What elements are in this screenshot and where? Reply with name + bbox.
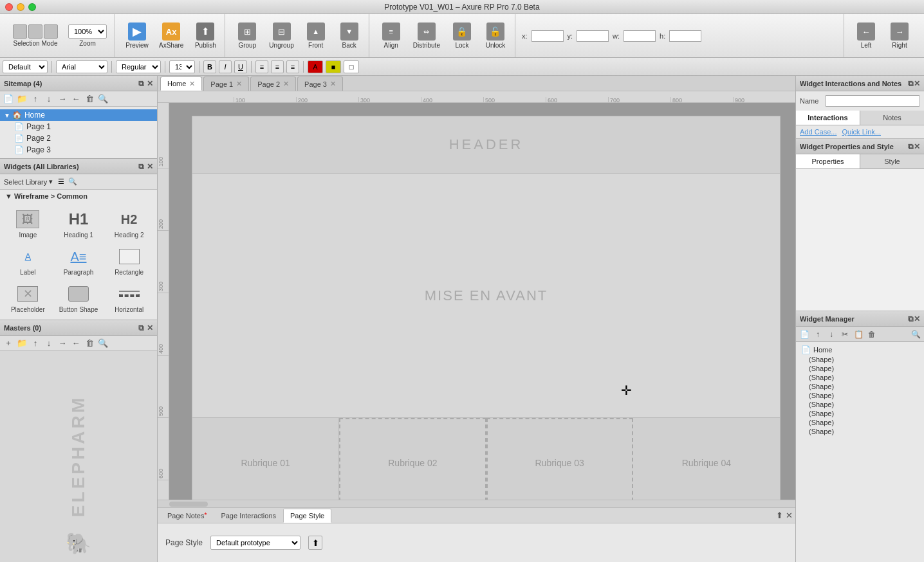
align-right-button[interactable]: ≡ (286, 60, 299, 73)
canvas-content[interactable]: HEADER MISE EN AVANT ✛ Rubrique 01 Rubri… (192, 116, 781, 500)
widget-manager-close-icon[interactable]: ✕ (914, 314, 920, 323)
rubrique-01[interactable]: Rubrique 01 (192, 418, 339, 500)
font-family-select[interactable]: Arial (56, 60, 107, 73)
distribute-button[interactable]: ⇔ Distribute (409, 20, 444, 51)
wm-move-down-button[interactable]: ↓ (826, 329, 837, 340)
axshare-button[interactable]: Ax AxShare (155, 20, 187, 51)
widget-placeholder[interactable]: ✕ Placeholder (3, 280, 53, 317)
add-case-link[interactable]: Add Case... (800, 128, 836, 136)
bottom-expand-icon[interactable]: ⬆ (776, 511, 783, 520)
sitemap-down-button[interactable]: ↓ (43, 93, 55, 105)
rubrique-04[interactable]: Rubrique 04 (633, 418, 780, 500)
notes-tab[interactable]: Notes (860, 111, 924, 125)
sitemap-home-item[interactable]: ▼ 🏠 Home (0, 109, 157, 121)
canvas-main-zone[interactable]: MISE EN AVANT ✛ (192, 174, 781, 418)
canvas-header-zone[interactable]: HEADER (192, 116, 781, 174)
sitemap-add-folder-button[interactable]: 📁 (16, 93, 28, 105)
interactions-tab[interactable]: Interactions (796, 111, 860, 125)
canvas-scroll[interactable]: 100 200 300 400 500 600 HEADER (158, 103, 795, 500)
bottom-close-icon[interactable]: ✕ (786, 511, 793, 520)
properties-tab[interactable]: Properties (796, 154, 860, 168)
close-button[interactable] (5, 3, 13, 11)
name-field-input[interactable] (825, 95, 920, 107)
tab-page2[interactable]: Page 2 ✕ (250, 77, 296, 91)
align-button[interactable]: ≡ Align (376, 20, 407, 51)
ungroup-button[interactable]: ⊟ Ungroup (265, 20, 297, 51)
masters-outdent-button[interactable]: ← (70, 338, 82, 349)
bold-button[interactable]: B (203, 60, 216, 73)
rubrique-03[interactable]: Rubrique 03 (486, 418, 633, 500)
wm-search-button[interactable]: 🔍 (910, 329, 921, 340)
sitemap-outdent-button[interactable]: ← (70, 93, 82, 105)
quick-link-link[interactable]: Quick Link... (842, 128, 881, 136)
page-style-select[interactable]: Default prototype (210, 536, 300, 550)
style-tab[interactable]: Style (860, 154, 924, 168)
minimize-button[interactable] (17, 3, 24, 11)
widgets-float-icon[interactable]: ⧉ (138, 162, 144, 171)
font-color-button[interactable]: A (308, 60, 323, 73)
publish-button[interactable]: ⬆ Publish (190, 20, 221, 51)
widgets-list-icon[interactable]: ☰ (58, 177, 64, 186)
underline-button[interactable]: U (234, 60, 247, 73)
style-select[interactable]: Default (3, 60, 48, 73)
tab-page1[interactable]: Page 1 ✕ (203, 77, 249, 91)
h-input[interactable] (669, 30, 701, 42)
tab-page2-close[interactable]: ✕ (283, 80, 289, 88)
widget-interactions-float-icon[interactable]: ⧉ (908, 79, 914, 88)
widget-properties-close-icon[interactable]: ✕ (914, 142, 920, 151)
maximize-button[interactable] (28, 3, 36, 11)
masters-down-button[interactable]: ↓ (43, 338, 55, 349)
masters-float-icon[interactable]: ⧉ (138, 323, 144, 332)
tab-page3[interactable]: Page 3 ✕ (297, 77, 343, 91)
align-left-button[interactable]: ≡ (255, 60, 268, 73)
wm-copy-button[interactable]: 📋 (853, 329, 864, 340)
tab-page-style[interactable]: Page Style (283, 509, 331, 523)
wm-delete-button[interactable]: 🗑 (866, 329, 878, 340)
front-button[interactable]: ▲ Front (300, 20, 331, 51)
wm-shape-6[interactable]: (Shape) (796, 400, 924, 409)
widget-paragraph[interactable]: A≡ Paragraph (53, 242, 104, 280)
wm-move-up-button[interactable]: ↑ (812, 329, 824, 340)
widget-heading2[interactable]: H2 Heading 2 (104, 205, 154, 242)
border-color-button[interactable]: □ (344, 60, 359, 73)
tab-home-close[interactable]: ✕ (189, 80, 195, 88)
tab-home[interactable]: Home ✕ (160, 77, 202, 91)
widgets-close-icon[interactable]: ✕ (147, 162, 153, 171)
masters-delete-button[interactable]: 🗑 (84, 338, 95, 349)
selection-mode-button[interactable]: Selection Mode (9, 22, 62, 50)
sitemap-page2-item[interactable]: 📄 Page 2 (0, 132, 157, 144)
font-size-select[interactable]: 13 (169, 60, 195, 73)
widgets-search-icon[interactable]: 🔍 (68, 177, 77, 186)
widget-heading1[interactable]: H1 Heading 1 (53, 205, 104, 242)
sitemap-indent-button[interactable]: → (57, 93, 68, 105)
align-center-button[interactable]: ≡ (271, 60, 284, 73)
wm-shape-3[interactable]: (Shape) (796, 373, 924, 382)
sitemap-close-icon[interactable]: ✕ (147, 79, 153, 88)
wm-shape-9[interactable]: (Shape) (796, 427, 924, 436)
tab-page-interactions[interactable]: Page Interactions (214, 509, 283, 523)
left-button[interactable]: ← Left (851, 20, 882, 51)
wm-home-item[interactable]: 📄 Home (796, 345, 924, 355)
widget-interactions-close-icon[interactable]: ✕ (914, 79, 920, 88)
wm-shape-4[interactable]: (Shape) (796, 382, 924, 391)
widget-horizontal[interactable]: Horizontal (104, 280, 154, 317)
wm-shape-5[interactable]: (Shape) (796, 391, 924, 400)
hscroll-bar[interactable] (169, 502, 208, 507)
sitemap-delete-button[interactable]: 🗑 (84, 93, 95, 105)
back-button[interactable]: ▼ Back (334, 20, 365, 51)
group-button[interactable]: ⊞ Group (232, 20, 263, 51)
wm-shape-1[interactable]: (Shape) (796, 355, 924, 364)
tab-page3-close[interactable]: ✕ (330, 80, 336, 88)
rubrique-02[interactable]: Rubrique 02 (339, 418, 486, 500)
widget-button[interactable]: Button Shape (53, 280, 104, 317)
sitemap-search-button[interactable]: 🔍 (97, 93, 109, 105)
wm-shape-2[interactable]: (Shape) (796, 364, 924, 373)
page-style-action-button[interactable]: ⬆ (308, 536, 322, 550)
y-input[interactable] (577, 30, 609, 42)
wm-cut-button[interactable]: ✂ (839, 329, 851, 340)
widget-rectangle[interactable]: Rectangle (104, 242, 154, 280)
masters-add-button[interactable]: + (3, 338, 14, 349)
italic-button[interactable]: I (219, 60, 232, 73)
sitemap-add-page-button[interactable]: 📄 (3, 93, 14, 105)
zoom-control[interactable]: 100% 75% 50% 150% Zoom (64, 22, 111, 50)
